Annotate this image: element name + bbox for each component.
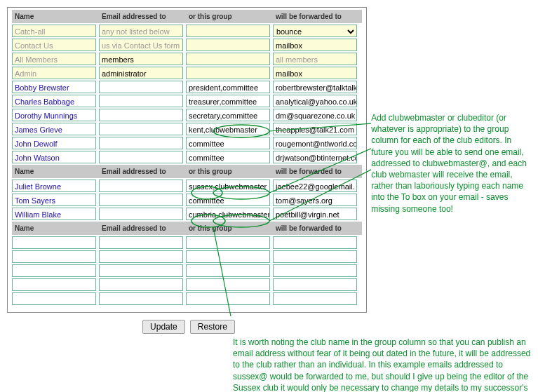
group-field[interactable]	[186, 278, 270, 291]
name-field[interactable]: All Members	[12, 53, 96, 65]
name-field[interactable]	[12, 264, 96, 277]
email-field[interactable]	[99, 95, 183, 107]
forward-field[interactable]: poetbill@virgin.net	[273, 208, 357, 220]
forward-field[interactable]: robertbrewster@talktalk	[273, 81, 357, 93]
group-field[interactable]: kent,clubwebmaster	[186, 123, 270, 135]
forward-field[interactable]	[273, 250, 357, 263]
group-field[interactable]: sussex,clubwebmaster	[186, 180, 270, 192]
group-field[interactable]	[186, 25, 270, 37]
forward-field[interactable]	[273, 264, 357, 277]
email-field[interactable]	[99, 180, 183, 192]
table-row	[12, 264, 362, 277]
group-field[interactable]: committee	[186, 151, 270, 163]
email-field[interactable]	[99, 151, 183, 163]
update-button[interactable]: Update	[142, 320, 185, 334]
name-field[interactable]: Dorothy Munnings	[12, 109, 96, 121]
group-field[interactable]	[186, 250, 270, 263]
name-field[interactable]	[12, 292, 96, 305]
email-field[interactable]	[99, 137, 183, 149]
table-row	[12, 236, 362, 249]
group-field[interactable]	[186, 53, 270, 65]
email-field[interactable]: us via Contact Us form	[99, 39, 183, 51]
name-field[interactable]	[12, 278, 96, 291]
group-field[interactable]	[186, 236, 270, 249]
email-field[interactable]	[99, 208, 183, 220]
name-field[interactable]: William Blake	[12, 208, 96, 220]
col-email: Email addressed to	[100, 223, 184, 234]
name-field[interactable]	[12, 236, 96, 249]
forward-field[interactable]: tom@sayers.org	[273, 194, 357, 206]
name-field[interactable]: Admin	[12, 67, 96, 79]
forward-field[interactable]	[273, 278, 357, 291]
annotation-right: Add clubwebmaster or clubeditor (or what…	[371, 7, 531, 215]
forward-field[interactable]: all members	[273, 53, 357, 65]
forward-field[interactable]: drjwatson@btinternet.co	[273, 151, 357, 163]
group-field[interactable]: treasurer,committee	[186, 95, 270, 107]
email-field[interactable]: members	[99, 53, 183, 65]
annotation-bottom: It is worth noting the club name in the …	[233, 337, 534, 392]
name-field[interactable]: Contact Us	[12, 39, 96, 51]
col-name: Name	[13, 223, 97, 234]
table-row: Contact Usus via Contact Us formmailbox	[12, 39, 362, 51]
forward-field[interactable]: rougemont@ntlworld.co	[273, 137, 357, 149]
forward-field[interactable]: analytical@yahoo.co.uk	[273, 95, 357, 107]
name-field[interactable]: Charles Babbage	[12, 95, 96, 107]
table-row: Dorothy Munningssecretary,committeedm@sq…	[12, 109, 362, 121]
group-field[interactable]	[186, 292, 270, 305]
name-field[interactable]: Bobby Brewster	[12, 81, 96, 93]
table-header: Name Email addressed to or this group wi…	[12, 222, 362, 235]
name-field[interactable]	[12, 250, 96, 263]
group-field[interactable]	[186, 39, 270, 51]
email-field[interactable]	[99, 123, 183, 135]
email-field[interactable]	[99, 81, 183, 93]
name-field[interactable]: Tom Sayers	[12, 194, 96, 206]
name-field[interactable]: Juliet Browne	[12, 180, 96, 192]
forward-field[interactable]: mailbox	[273, 39, 357, 51]
email-field[interactable]	[99, 250, 183, 263]
forward-field[interactable]	[273, 292, 357, 305]
col-group: or this group	[187, 11, 271, 22]
email-field[interactable]	[99, 292, 183, 305]
forward-field[interactable]: dm@squarezone.co.uk	[273, 109, 357, 121]
group-field[interactable]: committee	[186, 194, 270, 206]
table-header: Name Email addressed to or this group wi…	[12, 10, 362, 23]
email-field[interactable]: any not listed below	[99, 25, 183, 37]
email-field[interactable]	[99, 194, 183, 206]
table-row: Juliet Brownesussex,clubwebmasterjaebee2…	[12, 180, 362, 192]
col-email: Email addressed to	[100, 11, 184, 22]
col-group: or this group	[187, 166, 271, 177]
forward-field[interactable]: mailbox	[273, 67, 357, 79]
forward-select[interactable]: bounce	[273, 25, 357, 37]
email-field[interactable]: administrator	[99, 67, 183, 79]
col-forward: will be forwarded to	[274, 166, 358, 177]
col-name: Name	[13, 166, 97, 177]
group-field[interactable]	[186, 67, 270, 79]
table-row: John Dewolfcommitteerougemont@ntlworld.c…	[12, 137, 362, 149]
table-row: John Watsoncommitteedrjwatson@btinternet…	[12, 151, 362, 163]
table-row: Tom Sayerscommitteetom@sayers.org	[12, 194, 362, 206]
col-email: Email addressed to	[100, 166, 184, 177]
forward-field[interactable]: theapples@talk21.com	[273, 123, 357, 135]
table-row: Catch-allany not listed belowbounce	[12, 25, 362, 37]
col-forward: will be forwarded to	[274, 11, 358, 22]
name-field[interactable]: John Dewolf	[12, 137, 96, 149]
email-field[interactable]	[99, 264, 183, 277]
restore-button[interactable]: Restore	[190, 320, 235, 334]
email-field[interactable]	[99, 236, 183, 249]
name-field[interactable]: John Watson	[12, 151, 96, 163]
email-field[interactable]	[99, 109, 183, 121]
forward-field[interactable]: jaebee22@googlemail.	[273, 180, 357, 192]
forward-field[interactable]	[273, 236, 357, 249]
email-forwarding-panel: Name Email addressed to or this group wi…	[7, 7, 367, 313]
group-field[interactable]: president,committee	[186, 81, 270, 93]
email-field[interactable]	[99, 278, 183, 291]
group-field[interactable]: committee	[186, 137, 270, 149]
col-forward: will be forwarded to	[274, 223, 358, 234]
name-field[interactable]: Catch-all	[12, 25, 96, 37]
table-row	[12, 278, 362, 291]
group-field[interactable]: secretary,committee	[186, 109, 270, 121]
group-field[interactable]: cumbria,clubwebmaster	[186, 208, 270, 220]
group-field[interactable]	[186, 264, 270, 277]
table-row: Charles Babbagetreasurer,committeeanalyt…	[12, 95, 362, 107]
name-field[interactable]: James Grieve	[12, 123, 96, 135]
